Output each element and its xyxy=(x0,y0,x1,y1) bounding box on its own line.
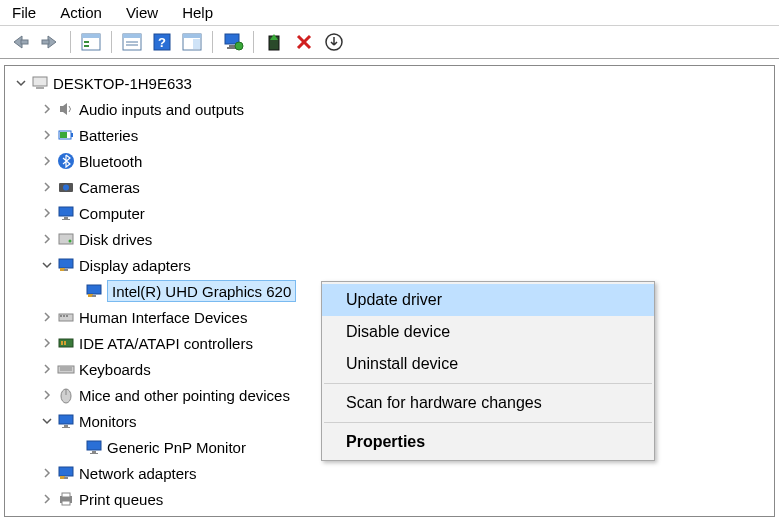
tree-item-label: Generic PnP Monitor xyxy=(105,439,246,456)
svg-rect-41 xyxy=(92,295,96,297)
expand-icon[interactable] xyxy=(39,494,55,504)
context-scan-hardware[interactable]: Scan for hardware changes xyxy=(322,387,654,419)
monitor-icon xyxy=(83,438,105,456)
svg-rect-60 xyxy=(59,467,73,476)
context-uninstall-device[interactable]: Uninstall device xyxy=(322,348,654,380)
expand-icon[interactable] xyxy=(13,78,29,88)
svg-rect-48 xyxy=(64,341,66,345)
tree-item-label: Mice and other pointing devices xyxy=(77,387,290,404)
mouse-icon xyxy=(55,386,77,404)
toolbar: ? xyxy=(0,26,779,59)
tree-item-display-adapters[interactable]: Display adapters xyxy=(5,252,774,278)
show-hide-tree-button[interactable] xyxy=(77,29,105,55)
tree-item-label: Monitors xyxy=(77,413,137,430)
svg-rect-62 xyxy=(64,477,68,479)
svg-rect-36 xyxy=(59,259,73,268)
expand-icon[interactable] xyxy=(39,234,55,244)
expand-icon[interactable] xyxy=(39,312,55,322)
menu-action[interactable]: Action xyxy=(60,4,102,21)
expand-icon[interactable] xyxy=(39,182,55,192)
back-button[interactable] xyxy=(6,29,34,55)
expand-icon[interactable] xyxy=(39,130,55,140)
svg-rect-13 xyxy=(183,34,201,38)
scan-hardware-button[interactable] xyxy=(219,29,247,55)
expand-icon[interactable] xyxy=(39,156,55,166)
svg-rect-65 xyxy=(62,501,70,505)
context-separator xyxy=(324,422,652,423)
tree-item-label: Human Interface Devices xyxy=(77,309,247,326)
tree-item-audio[interactable]: Audio inputs and outputs xyxy=(5,96,774,122)
tree-item-label-selected: Intel(R) UHD Graphics 620 xyxy=(107,280,296,302)
svg-rect-64 xyxy=(62,493,70,497)
toolbar-separator xyxy=(253,31,254,53)
tree-item-batteries[interactable]: Batteries xyxy=(5,122,774,148)
svg-rect-23 xyxy=(33,77,47,86)
tree-item-label: Batteries xyxy=(77,127,138,144)
svg-rect-43 xyxy=(60,315,62,317)
tree-item-label: Print queues xyxy=(77,491,163,508)
tree-root[interactable]: DESKTOP-1H9E633 xyxy=(5,70,774,96)
svg-point-30 xyxy=(63,185,69,191)
context-update-driver[interactable]: Update driver xyxy=(322,284,654,316)
toolbar-separator xyxy=(70,31,71,53)
expand-icon[interactable] xyxy=(39,104,55,114)
svg-rect-54 xyxy=(59,415,73,424)
collapse-icon[interactable] xyxy=(39,416,55,426)
svg-rect-14 xyxy=(193,39,200,49)
expand-icon[interactable] xyxy=(39,468,55,478)
tree-item-bluetooth[interactable]: Bluetooth xyxy=(5,148,774,174)
keyboard-icon xyxy=(55,360,77,378)
device-tree: DESKTOP-1H9E633 Audio inputs and outputs… xyxy=(4,65,775,517)
tree-item-label: Computer xyxy=(77,205,145,222)
menu-view[interactable]: View xyxy=(126,4,158,21)
svg-rect-44 xyxy=(63,315,65,317)
svg-rect-57 xyxy=(87,441,101,450)
forward-button[interactable] xyxy=(36,29,64,55)
svg-rect-7 xyxy=(123,34,141,38)
update-driver-button[interactable] xyxy=(320,29,348,55)
svg-rect-26 xyxy=(71,133,73,137)
tree-item-network[interactable]: Network adapters xyxy=(5,460,774,486)
monitor-icon xyxy=(55,204,77,222)
svg-rect-3 xyxy=(82,34,100,38)
expand-icon[interactable] xyxy=(39,390,55,400)
svg-rect-56 xyxy=(62,427,70,428)
menu-file[interactable]: File xyxy=(12,4,36,21)
menu-help[interactable]: Help xyxy=(182,4,213,21)
context-separator xyxy=(324,383,652,384)
svg-rect-1 xyxy=(42,40,49,44)
svg-point-35 xyxy=(69,240,72,243)
tree-item-computer[interactable]: Computer xyxy=(5,200,774,226)
context-disable-device[interactable]: Disable device xyxy=(322,316,654,348)
svg-rect-31 xyxy=(59,207,73,216)
tree-root-label: DESKTOP-1H9E633 xyxy=(51,75,192,92)
help-button[interactable]: ? xyxy=(148,29,176,55)
svg-rect-38 xyxy=(64,269,68,271)
delete-button[interactable] xyxy=(290,29,318,55)
disk-icon xyxy=(55,230,77,248)
collapse-icon[interactable] xyxy=(39,260,55,270)
context-properties[interactable]: Properties xyxy=(322,426,654,458)
svg-rect-32 xyxy=(64,217,68,219)
tree-item-label: IDE ATA/ATAPI controllers xyxy=(77,335,253,352)
svg-rect-5 xyxy=(84,45,89,47)
display-adapter-icon xyxy=(55,256,77,274)
svg-text:?: ? xyxy=(158,35,166,50)
tree-item-cameras[interactable]: Cameras xyxy=(5,174,774,200)
expand-icon[interactable] xyxy=(39,208,55,218)
toolbar-separator xyxy=(212,31,213,53)
expand-icon[interactable] xyxy=(39,364,55,374)
tree-item-label: Keyboards xyxy=(77,361,151,378)
action-pane-button[interactable] xyxy=(178,29,206,55)
svg-rect-0 xyxy=(21,40,28,44)
svg-rect-39 xyxy=(87,285,101,294)
network-icon xyxy=(55,464,77,482)
tree-item-print-queues[interactable]: Print queues xyxy=(5,486,774,512)
svg-rect-55 xyxy=(64,425,68,427)
enable-device-button[interactable] xyxy=(260,29,288,55)
svg-rect-58 xyxy=(92,451,96,453)
tree-item-disk-drives[interactable]: Disk drives xyxy=(5,226,774,252)
properties-button[interactable] xyxy=(118,29,146,55)
expand-icon[interactable] xyxy=(39,338,55,348)
svg-rect-24 xyxy=(36,87,44,89)
